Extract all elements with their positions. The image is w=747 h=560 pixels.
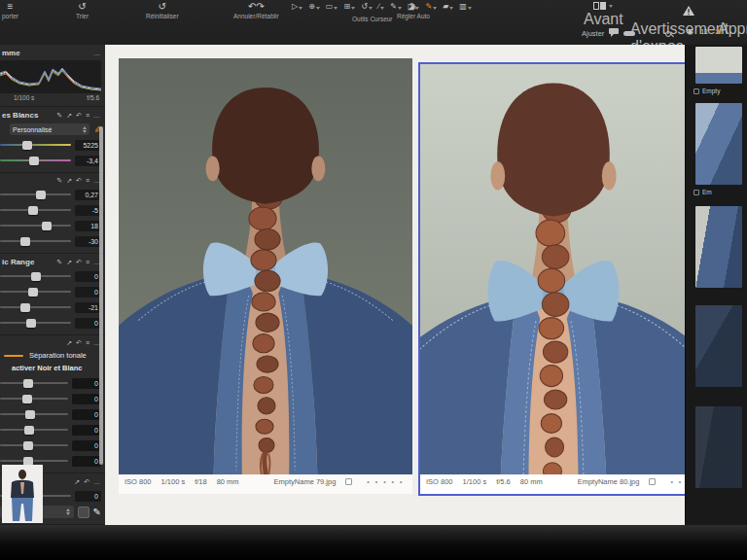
export-button[interactable]: ≡ porter <box>2 2 18 19</box>
white-slider[interactable] <box>0 306 71 308</box>
photo-card-2[interactable]: ISO 800 1/100 s f/5.6 80 mm EmptyName 80… <box>418 62 689 496</box>
black-value[interactable]: 0 <box>75 318 101 329</box>
shadow-value[interactable]: 0 <box>75 287 101 298</box>
pan-tool-icon[interactable]: ⊕ <box>308 2 320 11</box>
chat-icon[interactable] <box>609 28 619 39</box>
bw-magenta-value[interactable]: 0 <box>72 456 101 467</box>
sidebar-scrollbar[interactable] <box>99 126 103 465</box>
contrast-slider[interactable] <box>0 209 71 211</box>
rotate-tool-icon[interactable]: ↺ <box>361 2 373 11</box>
brightness-value[interactable]: 18 <box>75 221 101 231</box>
gradient-tool-icon[interactable]: ▥ <box>459 2 472 11</box>
slider-knob[interactable] <box>29 157 39 165</box>
highlight-value[interactable]: 0 <box>75 271 101 282</box>
copy-icon[interactable]: ↗ <box>66 177 72 185</box>
temperature-value[interactable]: 5225 <box>75 140 101 151</box>
color-picker-icon[interactable]: ✎ <box>93 507 101 517</box>
slider-knob[interactable] <box>28 206 38 215</box>
exposure-value[interactable]: 0,27 <box>75 190 101 200</box>
tint-slider[interactable] <box>0 159 71 161</box>
bw-magenta-slider[interactable] <box>0 460 68 462</box>
reset-button[interactable]: ↺ Réinitialiser <box>146 2 179 19</box>
local-reset-icon[interactable]: ↶ <box>76 177 82 185</box>
copy-icon[interactable]: ↗ <box>66 259 72 266</box>
saturation-value[interactable]: -30 <box>75 236 101 247</box>
exposure-slider[interactable] <box>0 193 71 195</box>
copy-icon[interactable]: ↗ <box>66 339 72 347</box>
slider-knob[interactable] <box>24 426 34 435</box>
bw-blue-slider[interactable] <box>0 444 68 446</box>
copy-icon[interactable]: ↗ <box>66 112 72 120</box>
slider-knob[interactable] <box>36 191 46 199</box>
crop-tool-icon[interactable]: ⊞ <box>343 2 355 11</box>
bw-green-slider[interactable] <box>0 429 68 431</box>
slider-knob[interactable] <box>22 141 32 150</box>
bw-yellow-value[interactable]: 0 <box>72 409 101 420</box>
slider-knob[interactable] <box>42 222 52 230</box>
select-checkbox[interactable] <box>345 478 352 485</box>
more-icon[interactable]: … <box>93 112 100 120</box>
temperature-slider[interactable] <box>0 144 71 146</box>
bw-red-value[interactable]: 0 <box>72 378 101 389</box>
eyedropper-icon[interactable]: ✎ <box>56 112 62 120</box>
bw-orange-value[interactable]: 0 <box>72 394 101 404</box>
photo-card-1[interactable]: ISO 800 1/100 s f/18 80 mm EmptyName 79.… <box>119 58 412 494</box>
presets-icon[interactable]: ≡ <box>86 112 89 120</box>
filmstrip-thumbnail[interactable] <box>695 103 742 185</box>
local-reset-icon[interactable]: ↶ <box>84 478 89 486</box>
slider-knob[interactable] <box>22 395 32 403</box>
slider-knob[interactable] <box>23 379 33 388</box>
spot-tool-icon[interactable]: ✎ <box>390 2 402 11</box>
local-reset-icon[interactable]: ↶ <box>76 339 82 347</box>
search-icon[interactable] <box>665 31 671 37</box>
slider-knob[interactable] <box>26 319 36 328</box>
presets-icon[interactable]: ≡ <box>86 339 89 347</box>
bw-blue-value[interactable]: 0 <box>72 440 101 451</box>
sort-button[interactable]: ↺ Trier <box>76 2 89 19</box>
shadow-slider[interactable] <box>0 291 71 293</box>
slider-knob[interactable] <box>20 303 30 312</box>
undo-redo-button[interactable]: ↶↷ Annuler/Rétablir <box>233 2 279 19</box>
slider-knob[interactable] <box>25 410 35 419</box>
brightness-slider[interactable] <box>0 225 71 227</box>
bw-red-slider[interactable] <box>0 382 68 384</box>
more-icon[interactable]: … <box>93 478 100 486</box>
eyedropper-icon[interactable]: ✎ <box>56 259 62 266</box>
more-icon[interactable]: … <box>93 50 100 57</box>
wb-mode-select[interactable]: Personnalisé <box>10 123 89 135</box>
dehaze-value[interactable]: 0 <box>75 491 101 502</box>
select-checkbox[interactable] <box>649 478 656 485</box>
pointer-tool-icon[interactable]: ▷ <box>292 2 302 11</box>
select-checkbox[interactable] <box>694 190 699 195</box>
mask-tool-icon[interactable]: ◪ <box>408 2 420 11</box>
tint-value[interactable]: -3,4 <box>75 156 101 166</box>
erase-tool-icon[interactable]: ▰ <box>443 2 453 11</box>
bw-enable-checkbox[interactable]: activer Noir et Blanc <box>0 362 105 375</box>
bw-yellow-slider[interactable] <box>0 413 68 415</box>
tab-split-tone[interactable]: Séparation tonale <box>29 351 87 360</box>
highlight-slider[interactable] <box>0 275 71 277</box>
filmstrip-thumbnail[interactable] <box>695 206 742 288</box>
presets-icon[interactable]: ≡ <box>86 177 89 185</box>
contrast-value[interactable]: -5 <box>75 205 101 216</box>
filmstrip-thumbnail[interactable] <box>695 47 742 84</box>
presets-icon[interactable]: ≡ <box>86 259 89 266</box>
shadow-color-swatch[interactable] <box>78 507 89 518</box>
filmstrip-thumbnail[interactable] <box>695 406 742 488</box>
select-checkbox[interactable] <box>694 88 699 94</box>
toggle-pill-icon[interactable] <box>623 31 635 36</box>
slider-knob[interactable] <box>20 237 30 246</box>
slider-knob[interactable] <box>28 288 38 297</box>
smart-style-thumbnail[interactable] <box>2 465 43 523</box>
eyedropper-icon[interactable]: ✎ <box>56 177 62 185</box>
copy-icon[interactable]: ↗ <box>74 478 80 486</box>
slider-knob[interactable] <box>31 272 41 281</box>
saturation-slider[interactable] <box>0 240 71 242</box>
rating-dots[interactable]: • • • • • <box>367 478 404 485</box>
white-value[interactable]: -21 <box>75 302 101 313</box>
frame-tool-icon[interactable]: ▭ <box>326 2 338 11</box>
eye-icon[interactable]: ◉ <box>687 27 694 36</box>
black-slider[interactable] <box>0 322 71 324</box>
straighten-tool-icon[interactable]: ∕ <box>378 2 384 11</box>
bw-orange-slider[interactable] <box>0 398 68 400</box>
